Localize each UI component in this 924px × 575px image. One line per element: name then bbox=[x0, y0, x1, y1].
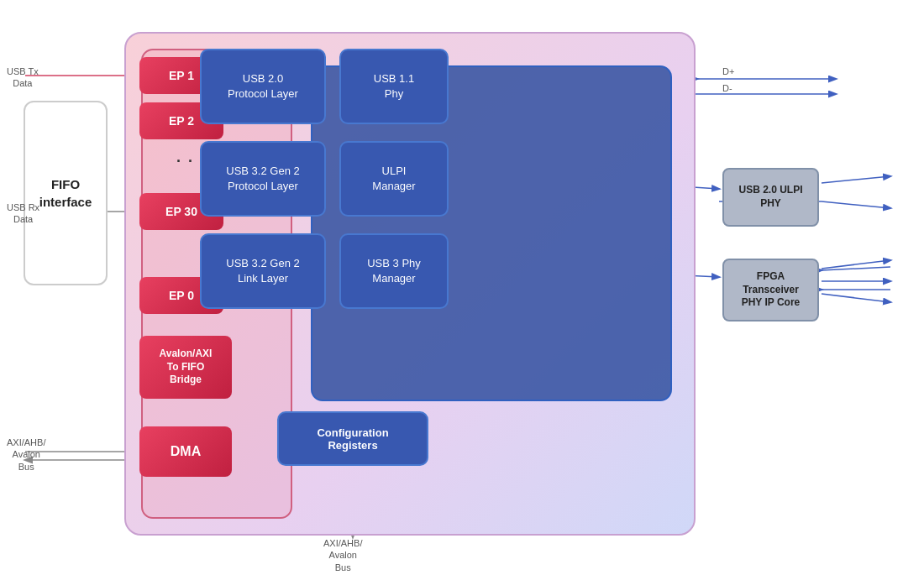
fpga-label: FPGA Transceiver PHY IP Core bbox=[742, 270, 801, 310]
axi-bus-label: AXI/AHB/ Avalon Bus bbox=[7, 436, 45, 473]
usb20-proto-label: USB 2.0 Protocol Layer bbox=[228, 71, 298, 101]
d-minus-label: D- bbox=[722, 82, 732, 94]
ep2-label: EP 2 bbox=[169, 114, 194, 128]
dma-box: DMA bbox=[139, 426, 232, 477]
usb32-link-label: USB 3.2 Gen 2 Link Layer bbox=[226, 256, 299, 285]
config-label: Configuration Registers bbox=[317, 426, 388, 452]
usb11-phy-label: USB 1.1 Phy bbox=[374, 71, 414, 101]
svg-line-24 bbox=[822, 267, 890, 270]
usb32-proto-label: USB 3.2 Gen 2 Protocol Layer bbox=[226, 164, 299, 193]
svg-line-21 bbox=[822, 260, 890, 269]
fifo-label: FIFO interface bbox=[39, 175, 92, 211]
usb32-protocol-box: USB 3.2 Gen 2 Protocol Layer bbox=[200, 141, 326, 217]
d-plus-label: D+ bbox=[722, 65, 734, 77]
ulpi-phy-box: USB 2.0 ULPI PHY bbox=[722, 168, 819, 227]
dma-label: DMA bbox=[171, 444, 201, 459]
usb11-phy-box: USB 1.1 Phy bbox=[339, 49, 449, 124]
bridge-label: Avalon/AXI To FIFO Bridge bbox=[160, 348, 213, 387]
axi-bus-bottom-label: AXI/AHB/ Avalon Bus bbox=[323, 537, 362, 573]
ep0-label: EP 0 bbox=[169, 289, 194, 302]
usb20-protocol-box: USB 2.0 Protocol Layer bbox=[200, 49, 326, 124]
diagram-container: FIFO interface EP 1 EP 2 · · · EP 30 EP … bbox=[0, 0, 924, 575]
svg-line-17 bbox=[822, 176, 890, 183]
ulpi-manager-box: ULPI Manager bbox=[339, 141, 449, 217]
ulpi-phy-label: USB 2.0 ULPI PHY bbox=[738, 184, 802, 210]
fifo-interface-box: FIFO interface bbox=[24, 101, 108, 285]
usb3-phy-box: USB 3 Phy Manager bbox=[339, 233, 449, 309]
fpga-box: FPGA Transceiver PHY IP Core bbox=[722, 259, 819, 321]
usb3-phy-label: USB 3 Phy Manager bbox=[367, 256, 421, 285]
svg-line-18 bbox=[822, 201, 890, 208]
usb-tx-label: USB Tx Data bbox=[7, 65, 39, 90]
usb-rx-label: USB Rx Data bbox=[7, 201, 39, 226]
svg-line-23 bbox=[822, 294, 890, 302]
ep1-label: EP 1 bbox=[169, 69, 194, 82]
usb32-link-box: USB 3.2 Gen 2 Link Layer bbox=[200, 233, 326, 309]
config-registers-box: Configuration Registers bbox=[277, 411, 428, 466]
bridge-box: Avalon/AXI To FIFO Bridge bbox=[139, 336, 232, 399]
ulpi-mgr-label: ULPI Manager bbox=[372, 164, 415, 193]
ep30-label: EP 30 bbox=[165, 205, 197, 218]
